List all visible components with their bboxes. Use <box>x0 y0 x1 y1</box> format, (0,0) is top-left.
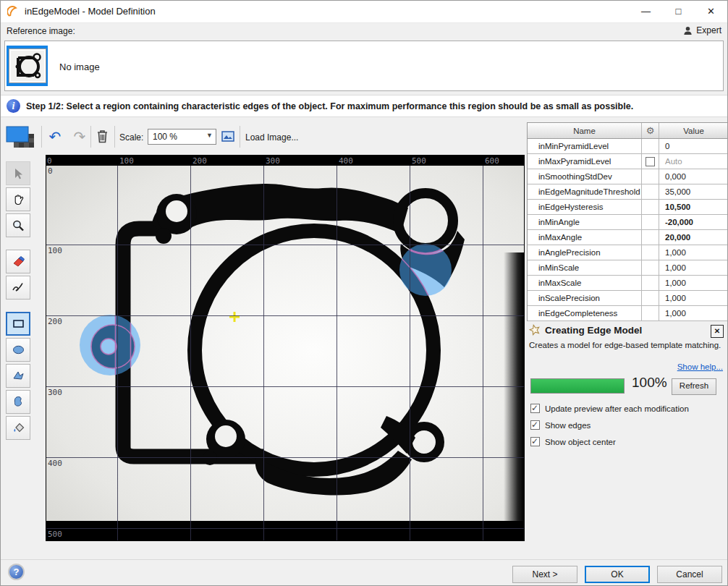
cursor-icon <box>12 167 25 180</box>
title-bar: inEdgeModel - Model Definition — □ ✕ <box>1 1 727 23</box>
next-button[interactable]: Next > <box>512 566 577 583</box>
ellipse-icon <box>12 343 25 357</box>
table-row[interactable]: inEdgeHysteresis10,500 <box>528 200 728 215</box>
polygon-icon <box>12 369 25 383</box>
app-logo-icon <box>7 6 19 17</box>
progress-fill <box>531 379 624 393</box>
toolbar-separator <box>41 126 42 148</box>
selection-region-right[interactable] <box>399 244 452 296</box>
fill-tool-button[interactable] <box>6 416 30 440</box>
ruler-x-label: 0 <box>47 156 52 166</box>
table-row[interactable]: inMinPyramidLevel0 <box>528 139 728 154</box>
parameter-table: Name ⚙ Value inMinPyramidLevel0 inMaxPyr… <box>527 122 728 321</box>
scribble-icon <box>12 281 25 294</box>
close-button[interactable]: ✕ <box>695 1 727 22</box>
show-help-link[interactable]: Show help... <box>677 362 723 371</box>
freehand-tool-button[interactable] <box>6 276 30 300</box>
cancel-button[interactable]: Cancel <box>657 566 722 583</box>
ruler-y-label: 500 <box>48 530 62 539</box>
ruler-y-label: 400 <box>48 459 62 468</box>
info-icon: i <box>7 99 20 113</box>
ruler-x-label: 200 <box>192 156 207 166</box>
toolbar-separator <box>240 126 240 148</box>
polygon-tool-button[interactable] <box>6 364 30 388</box>
table-row[interactable]: inEdgeMagnitudeThreshold35,000 <box>528 184 728 200</box>
no-image-label: No image <box>59 61 100 72</box>
creating-edge-model-panel: Creating Edge Model ✕ Creates a model fo… <box>529 324 726 349</box>
minimize-button[interactable]: — <box>630 1 662 22</box>
expert-mode-toggle[interactable]: Expert <box>683 25 721 35</box>
toolbar-separator <box>114 126 115 148</box>
update-preview-option[interactable]: Update preview after each modification <box>530 404 689 413</box>
undo-button[interactable]: ↶ <box>46 128 64 147</box>
ellipse-tool-button[interactable] <box>6 338 30 362</box>
gasket-thumbnail-image <box>9 49 46 82</box>
magnifier-icon <box>12 219 25 232</box>
person-icon <box>683 26 693 35</box>
freeform-tool-button[interactable] <box>6 390 30 414</box>
table-row[interactable]: inMaxAngle20,000 <box>528 230 728 245</box>
paint-bucket-icon <box>12 421 25 435</box>
step-instruction-text: Step 1/2: Select a region containing cha… <box>26 101 633 111</box>
ruler-x-label: 500 <box>412 156 426 166</box>
refresh-button[interactable]: Refresh <box>672 378 716 395</box>
reference-image-label: Reference image: <box>7 26 75 36</box>
horizontal-ruler <box>46 156 524 166</box>
table-row[interactable]: inMinScale1,000 <box>528 260 728 276</box>
eraser-icon <box>12 255 25 268</box>
zoom-tool-button[interactable] <box>6 213 30 237</box>
ok-button[interactable]: OK <box>585 566 650 583</box>
show-object-center-option[interactable]: Show object center <box>530 437 616 446</box>
rectangle-icon <box>12 317 25 331</box>
value-column-header[interactable]: Value <box>659 123 728 138</box>
select-tool-button[interactable] <box>6 161 30 185</box>
table-row[interactable]: inAnglePrecision1,000 <box>528 245 728 260</box>
table-row[interactable]: inSmoothingStdDev0,000 <box>528 169 728 184</box>
table-row[interactable]: inEdgeCompleteness1,000 <box>528 306 728 321</box>
name-column-header[interactable]: Name <box>528 123 642 138</box>
selection-region-left[interactable] <box>80 315 140 375</box>
image-editor-canvas[interactable]: 0 100 200 300 400 500 600 0 100 200 300 … <box>46 155 525 541</box>
panel-title-row: Creating Edge Model <box>529 324 726 336</box>
update-preview-checkbox[interactable] <box>530 404 540 413</box>
delete-region-button[interactable] <box>96 129 109 144</box>
pan-tool-button[interactable] <box>6 187 30 211</box>
auto-checkbox[interactable] <box>646 157 655 166</box>
scale-label: Scale: <box>119 132 143 143</box>
gear-icon[interactable]: ⚙ <box>642 123 659 138</box>
model-definition-dialog: inEdgeModel - Model Definition — □ ✕ Ref… <box>0 0 728 586</box>
redo-button[interactable]: ↷ <box>70 128 89 147</box>
reference-image-box[interactable]: No image <box>4 41 724 91</box>
eraser-tool-button[interactable] <box>6 250 30 273</box>
chevron-down-icon[interactable]: ▼ <box>206 132 213 139</box>
load-image-button[interactable]: Load Image... <box>245 132 298 143</box>
ruler-x-label: 600 <box>485 156 499 166</box>
ruler-origin-label: 0 <box>48 166 53 176</box>
panel-title: Creating Edge Model <box>545 325 642 336</box>
table-row[interactable]: inScalePrecision1,000 <box>528 291 728 306</box>
rectangle-tool-button[interactable] <box>6 312 30 336</box>
roi-color-swatch-icon[interactable] <box>4 124 38 150</box>
footer-separator <box>1 559 727 560</box>
table-row[interactable]: inMaxPyramidLevelAuto <box>528 154 728 169</box>
table-header: Name ⚙ Value <box>528 123 728 139</box>
ruler-x-label: 300 <box>266 156 280 166</box>
table-row[interactable]: inMaxScale1,000 <box>528 276 728 291</box>
scale-value: 100 % <box>153 132 177 142</box>
maximize-button[interactable]: □ <box>662 1 695 22</box>
show-object-center-checkbox[interactable] <box>530 437 540 446</box>
window-title: inEdgeModel - Model Definition <box>25 6 156 17</box>
panel-description: Creates a model for edge-based template … <box>529 341 726 349</box>
freeform-region-icon <box>12 395 25 409</box>
ruler-x-label: 400 <box>339 156 353 166</box>
show-edges-option[interactable]: Show edges <box>530 420 591 430</box>
scale-dropdown[interactable]: 100 % ▼ <box>148 129 216 145</box>
ruler-y-label: 300 <box>48 388 62 397</box>
table-row[interactable]: inMinAngle-20,000 <box>528 215 728 230</box>
ruler-y-label: 100 <box>48 246 62 255</box>
help-button[interactable]: ? <box>8 564 25 580</box>
panel-close-button[interactable]: ✕ <box>711 325 724 338</box>
reference-thumbnail[interactable] <box>7 46 48 86</box>
show-edges-checkbox[interactable] <box>530 420 540 430</box>
fit-to-window-button[interactable] <box>221 129 235 144</box>
